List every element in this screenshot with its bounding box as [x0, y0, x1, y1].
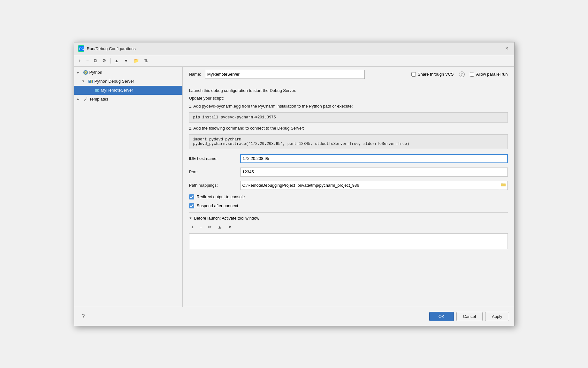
python-icon: Py [83, 70, 88, 75]
debug-server-icon [88, 79, 93, 84]
svg-text:Py: Py [84, 72, 87, 74]
toolbar: + − ⧉ ⚙ ▲ ▼ 📁 ⇅ [74, 55, 514, 67]
header-right: Share through VCS ? Allow parallel run [411, 71, 508, 77]
add-config-button[interactable]: + [77, 57, 83, 64]
launch-edit-button[interactable]: ✏ [206, 223, 214, 231]
help-button[interactable]: ? [79, 312, 88, 321]
folder-browse-icon [501, 183, 506, 187]
port-input[interactable] [240, 168, 508, 176]
title-bar: PC Run/Debug Configurations × [74, 42, 514, 55]
apply-button[interactable]: Apply [485, 312, 509, 321]
debug-server-expand-arrow: ▼ [82, 79, 87, 83]
launch-area [189, 233, 508, 249]
dialog-title: Run/Debug Configurations [87, 46, 136, 51]
ok-button[interactable]: OK [429, 312, 454, 321]
share-vcs-label: Share through VCS [418, 72, 454, 77]
sidebar-item-templates[interactable]: ▶ Templates [74, 95, 182, 104]
svg-point-13 [98, 90, 99, 91]
suspend-row: Suspend after connect [189, 203, 508, 208]
before-launch-title: Before launch: Activate tool window [194, 216, 259, 221]
intro-line2: Update your script: [189, 95, 508, 102]
launch-up-button[interactable]: ▲ [215, 223, 224, 231]
name-label: Name: [189, 72, 201, 77]
remote-server-icon [95, 88, 100, 93]
parallel-run-checkbox[interactable] [470, 72, 474, 77]
share-vcs-checkbox[interactable] [411, 72, 416, 77]
main-content: ▶ Py Python ▼ [74, 67, 514, 307]
close-button[interactable]: × [503, 45, 510, 52]
step2-code-line2: pydevd_pycharm.settrace('172.20.208.95',… [193, 142, 409, 146]
move-up-button[interactable]: ▲ [112, 57, 121, 64]
app-icon: PC [78, 45, 84, 52]
footer-right: OK Cancel Apply [429, 312, 509, 321]
sort-button[interactable]: ⇅ [142, 57, 150, 64]
step2-code: import pydevd_pycharm pydevd_pycharm.set… [189, 134, 508, 149]
step2-code-line1: import pydevd_pycharm [193, 137, 241, 142]
svg-rect-6 [88, 80, 93, 83]
title-bar-left: PC Run/Debug Configurations [78, 45, 136, 52]
browse-button[interactable] [499, 181, 508, 190]
move-down-button[interactable]: ▼ [122, 57, 130, 64]
intro-line1: Launch this debug configuration to start… [189, 87, 508, 94]
right-panel-scroll: Launch this debug configuration to start… [183, 82, 514, 307]
templates-expand-arrow: ▶ [77, 97, 82, 101]
port-label: Port: [189, 169, 240, 174]
path-mappings-wrap [240, 181, 508, 190]
svg-rect-12 [95, 90, 96, 91]
suspend-checkbox[interactable] [189, 203, 194, 208]
svg-text:PC: PC [79, 47, 84, 51]
svg-rect-7 [89, 80, 90, 81]
path-mappings-row: Path mappings: [189, 181, 508, 190]
cancel-button[interactable]: Cancel [456, 312, 483, 321]
sidebar-templates-label: Templates [89, 97, 108, 101]
step2-text: 2. Add the following command to connect … [189, 125, 508, 132]
svg-point-8 [91, 80, 92, 81]
info-block: Launch this debug configuration to start… [189, 87, 508, 149]
step1-text: 1. Add pydevd-pycharm.egg from the PyCha… [189, 103, 508, 110]
redirect-checkbox[interactable] [189, 194, 194, 199]
remove-config-button[interactable]: − [84, 57, 91, 64]
launch-add-button[interactable]: + [189, 223, 196, 231]
copy-config-button[interactable]: ⧉ [92, 57, 99, 65]
sidebar-item-debug-server[interactable]: ▼ Python Debug Server [74, 77, 182, 86]
share-help-icon[interactable]: ? [459, 71, 465, 77]
settings-button[interactable]: ⚙ [100, 57, 108, 64]
sidebar-item-python[interactable]: ▶ Py Python [74, 68, 182, 77]
python-expand-arrow: ▶ [77, 71, 82, 74]
path-mappings-input[interactable] [241, 182, 499, 188]
before-launch-header: ▼ Before launch: Activate tool window [189, 216, 508, 221]
before-launch-arrow: ▼ [189, 216, 192, 220]
before-launch-section: ▼ Before launch: Activate tool window + … [189, 212, 508, 249]
parallel-run-group: Allow parallel run [470, 72, 508, 77]
ide-host-label: IDE host name: [189, 156, 240, 161]
right-scroll-content: Launch this debug configuration to start… [183, 82, 514, 307]
sidebar: ▶ Py Python ▼ [74, 67, 183, 307]
right-panel: Name: Share through VCS ? Allow parallel… [183, 67, 514, 307]
footer-left: ? [79, 312, 88, 321]
sidebar-item-my-remote-server[interactable]: MyRemoteServer [74, 86, 182, 95]
launch-toolbar: + − ✏ ▲ ▼ [189, 223, 508, 231]
ide-host-row: IDE host name: [189, 154, 508, 163]
wrench-icon [83, 97, 88, 102]
ide-host-input[interactable] [240, 154, 508, 163]
share-vcs-group: Share through VCS [411, 72, 454, 77]
suspend-label: Suspend after connect [197, 203, 238, 208]
toolbar-separator [110, 58, 111, 64]
sidebar-debug-server-label: Python Debug Server [95, 79, 134, 84]
name-row: Name: Share through VCS ? Allow parallel… [183, 67, 514, 82]
svg-point-9 [91, 81, 92, 83]
sidebar-remote-server-label: MyRemoteServer [101, 88, 133, 93]
parallel-run-label: Allow parallel run [476, 72, 508, 77]
launch-down-button[interactable]: ▼ [225, 223, 234, 231]
redirect-row: Redirect output to console [189, 194, 508, 199]
name-input[interactable] [205, 70, 365, 79]
folder-button[interactable]: 📁 [132, 57, 141, 64]
sidebar-python-label: Python [89, 70, 102, 75]
svg-rect-11 [95, 90, 96, 90]
run-debug-dialog: PC Run/Debug Configurations × + − ⧉ ⚙ ▲ … [74, 42, 515, 326]
footer: ? OK Cancel Apply [74, 307, 514, 326]
launch-remove-button[interactable]: − [197, 223, 204, 231]
redirect-label: Redirect output to console [197, 194, 245, 199]
path-mappings-label: Path mappings: [189, 183, 240, 188]
step1-code: pip install pydevd-pycharm~=201.3975 [189, 112, 508, 123]
